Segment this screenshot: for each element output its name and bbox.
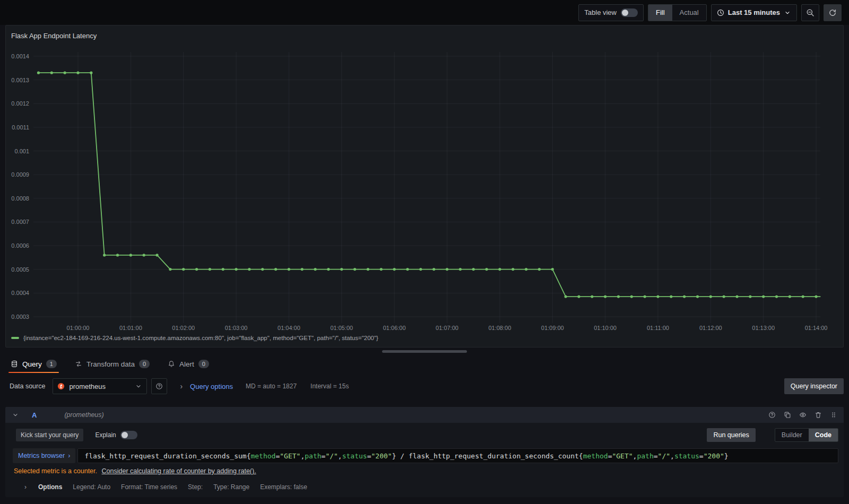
chart-series <box>37 72 820 298</box>
tab-query-label: Query <box>22 360 42 368</box>
metrics-browser-button[interactable]: Metrics browser › <box>13 448 75 463</box>
svg-text:0.001: 0.001 <box>14 148 29 154</box>
svg-text:01:05:00: 01:05:00 <box>330 325 353 331</box>
prometheus-icon <box>57 383 65 390</box>
help-icon[interactable] <box>768 411 776 419</box>
latency-chart-svg[interactable]: 01:00:0001:01:0001:02:0001:03:0001:04:00… <box>6 25 843 333</box>
collapse-chevron-icon[interactable] <box>12 411 19 419</box>
datasource-name: prometheus <box>69 383 131 390</box>
time-range-picker[interactable]: Last 15 minutes <box>711 4 797 21</box>
query-options-label: Query options <box>190 383 233 390</box>
chart-tick-labels: 01:00:0001:01:0001:02:0001:03:0001:04:00… <box>11 53 827 331</box>
svg-text:0.0012: 0.0012 <box>11 100 29 107</box>
query-options-row: › Options Legend: Auto Format: Time seri… <box>11 476 841 491</box>
code-button[interactable]: Code <box>809 429 838 441</box>
datasource-label: Data source <box>10 383 45 390</box>
table-view-toggle[interactable] <box>621 8 638 17</box>
svg-text:0.0008: 0.0008 <box>11 195 29 202</box>
svg-text:01:11:00: 01:11:00 <box>647 325 669 331</box>
max-data-points-value: MD = auto = 1827 <box>246 383 297 390</box>
drag-handle-icon[interactable] <box>830 411 837 419</box>
builder-button[interactable]: Builder <box>775 429 809 441</box>
time-range-label: Last 15 minutes <box>728 8 780 16</box>
query-toolbar-row: Kick start your query Explain Run querie… <box>11 427 841 446</box>
top-toolbar: Table view Fill Actual Last 15 minutes <box>0 0 849 25</box>
panel-resize-handle[interactable] <box>382 350 467 353</box>
tab-query-badge: 1 <box>46 360 57 368</box>
chevron-down-icon <box>784 9 791 16</box>
svg-text:01:13:00: 01:13:00 <box>752 325 775 331</box>
svg-text:0.0004: 0.0004 <box>11 290 29 296</box>
duplicate-query-icon[interactable] <box>784 411 791 419</box>
svg-text:0.0014: 0.0014 <box>11 53 29 59</box>
delete-query-trash-icon[interactable] <box>815 411 822 419</box>
toggle-knob <box>122 432 128 438</box>
chevron-right-icon: › <box>68 452 70 459</box>
query-row-header: A (prometheus) <box>5 407 844 423</box>
warning-text: Selected metric is a counter. <box>14 467 97 475</box>
query-datasource-hint: (prometheus) <box>64 411 103 419</box>
tab-transform-data[interactable]: Transform data 0 <box>75 355 150 373</box>
svg-text:0.0005: 0.0005 <box>11 266 29 273</box>
options-chevron-icon[interactable]: › <box>24 483 27 491</box>
database-icon <box>11 360 18 368</box>
svg-text:01:10:00: 01:10:00 <box>594 325 617 331</box>
query-options-toggle[interactable]: › Query options <box>180 382 233 390</box>
svg-text:0.0013: 0.0013 <box>11 77 29 83</box>
datasource-picker[interactable]: prometheus <box>53 378 147 394</box>
svg-text:0.0009: 0.0009 <box>11 171 29 178</box>
kick-start-query-button[interactable]: Kick start your query <box>16 429 83 441</box>
legend-series-swatch <box>11 337 19 339</box>
tab-query[interactable]: Query 1 <box>11 355 57 373</box>
svg-text:01:00:00: 01:00:00 <box>67 325 90 331</box>
datasource-help-button[interactable] <box>151 378 167 394</box>
editor-tabs: Query 1 Transform data 0 Alert 0 <box>0 355 849 373</box>
query-ref-id[interactable]: A <box>32 411 37 419</box>
svg-text:0.0011: 0.0011 <box>12 124 29 131</box>
tab-alert-label: Alert <box>179 360 194 368</box>
svg-text:01:03:00: 01:03:00 <box>225 325 248 331</box>
query-inspector-button[interactable]: Query inspector <box>784 378 844 394</box>
svg-text:01:09:00: 01:09:00 <box>541 325 564 331</box>
warning-rate-link[interactable]: Consider calculating rate of counter by … <box>102 467 256 475</box>
run-queries-button[interactable]: Run queries <box>707 428 755 442</box>
transform-icon <box>75 360 82 368</box>
tab-transform-label: Transform data <box>86 360 135 368</box>
svg-text:01:06:00: 01:06:00 <box>383 325 406 331</box>
query-expression[interactable]: flask_http_request_duration_seconds_sum{… <box>77 448 838 463</box>
query-expression-row: Metrics browser › flask_http_request_dur… <box>13 448 838 463</box>
actual-button[interactable]: Actual <box>672 5 706 21</box>
query-row-body: Kick start your query Explain Run querie… <box>5 423 844 497</box>
search-minus-icon <box>806 8 815 17</box>
chart-grid <box>33 52 820 323</box>
builder-code-group: Builder Code <box>775 428 838 442</box>
fill-button[interactable]: Fill <box>648 5 672 21</box>
svg-text:01:01:00: 01:01:00 <box>119 325 142 331</box>
options-title[interactable]: Options <box>38 483 62 491</box>
datasource-row: Data source prometheus › Query options M… <box>5 378 844 394</box>
question-circle-icon <box>155 383 163 390</box>
refresh-button[interactable] <box>824 4 842 21</box>
chevron-down-icon <box>135 383 142 390</box>
metrics-browser-label: Metrics browser <box>18 452 65 459</box>
tab-transform-badge: 0 <box>139 360 150 368</box>
hide-query-eye-icon[interactable] <box>799 411 807 419</box>
tab-alert[interactable]: Alert 0 <box>168 355 209 373</box>
legend-series-label: {instance="ec2-184-169-216-224.us-west-1… <box>23 335 378 341</box>
svg-text:0.0006: 0.0006 <box>11 242 29 249</box>
svg-text:01:14:00: 01:14:00 <box>805 325 828 331</box>
option-legend: Legend: Auto <box>73 483 110 491</box>
option-type: Type: Range <box>213 483 249 491</box>
chevron-right-icon: › <box>180 382 183 390</box>
explain-toggle[interactable] <box>120 431 137 439</box>
query-editor-section: A (prometheus) Kick start your query Exp… <box>5 407 844 497</box>
zoom-out-button[interactable] <box>801 4 819 21</box>
tab-alert-badge: 0 <box>198 360 209 368</box>
latency-panel: Flask App Endpoint Latency 01:00:0001:01… <box>5 25 844 347</box>
svg-text:01:07:00: 01:07:00 <box>436 325 458 331</box>
table-view-control: Table view <box>578 4 644 21</box>
option-step: Step: <box>188 483 203 491</box>
legend-item[interactable]: {instance="ec2-184-169-216-224.us-west-1… <box>11 335 378 341</box>
svg-text:01:12:00: 01:12:00 <box>699 325 722 331</box>
interval-value: Interval = 15s <box>310 383 349 390</box>
